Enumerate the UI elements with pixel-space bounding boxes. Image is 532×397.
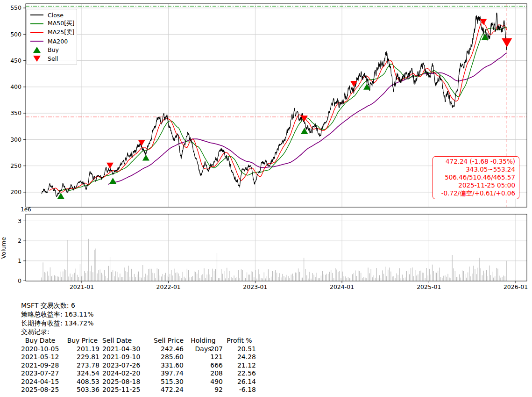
volume-bar — [126, 271, 126, 281]
volume-bar — [137, 274, 137, 281]
volume-bar — [333, 278, 334, 281]
volume-bar — [299, 272, 300, 281]
volume-bar — [267, 276, 267, 281]
volume-bar — [206, 278, 206, 281]
volume-bar — [194, 271, 194, 281]
volume-bar — [170, 274, 170, 281]
volume-bar — [385, 267, 385, 281]
volume-bar — [100, 269, 100, 281]
volume-bar — [339, 271, 340, 281]
cell-buy-price: 324.54 — [59, 369, 99, 378]
volume-bar — [225, 278, 226, 281]
volume-bar — [426, 268, 427, 281]
volume-bar — [392, 276, 392, 281]
volume-bar — [108, 266, 109, 281]
y-tick-label: 500 — [10, 31, 21, 38]
volume-bar — [140, 277, 140, 281]
volume-bar — [80, 264, 80, 281]
volume-bar — [128, 266, 129, 281]
y-tick-label: 550 — [10, 4, 21, 11]
volume-bar — [311, 279, 311, 281]
volume-bar — [416, 275, 417, 281]
volume-bar — [386, 276, 387, 281]
cell-profit-pct: 22.56 — [223, 369, 256, 378]
volume-bar — [144, 277, 144, 281]
y-tick-label: 400 — [10, 83, 21, 90]
volume-bar — [338, 272, 338, 281]
cell-sell-price: 515.30 — [142, 378, 184, 386]
volume-bar — [452, 255, 453, 281]
trade-row: 2020-10-05201.192021-04-30242.4620720.51 — [21, 345, 256, 354]
volume-bar — [178, 274, 179, 281]
volume-bar — [319, 278, 320, 281]
trade-log-label: 交易记录: — [21, 327, 256, 336]
volume-y-tick-label: 1 — [18, 257, 21, 264]
cell-profit-pct: 21.12 — [223, 361, 256, 370]
volume-bar — [361, 273, 361, 281]
volume-bar — [415, 270, 415, 281]
volume-bar — [463, 271, 464, 281]
legend-entry-ma200: MA200 — [30, 37, 76, 46]
volume-bar — [405, 277, 405, 281]
volume-bar — [506, 261, 507, 281]
volume-bar — [500, 278, 501, 281]
volume-bar — [482, 275, 482, 281]
volume-bar — [268, 269, 269, 281]
volume-bar — [379, 275, 380, 281]
volume-bar — [199, 278, 200, 281]
volume-bar — [505, 276, 505, 281]
volume-bar — [456, 277, 457, 281]
volume-bar — [131, 269, 132, 281]
volume-bar — [47, 272, 48, 281]
volume-bar — [114, 276, 114, 281]
volume-bar — [104, 270, 105, 281]
trade-rows: 2020-10-05201.192021-04-30242.4620720.51… — [21, 345, 256, 394]
volume-bar — [459, 274, 460, 281]
volume-bar — [287, 275, 287, 281]
volume-bar — [304, 258, 304, 281]
volume-bar — [58, 277, 59, 281]
volume-bar — [258, 269, 258, 281]
cell-sell-date: 2021-09-10 — [99, 353, 142, 361]
volume-bar — [399, 268, 400, 281]
volume-bar — [43, 262, 43, 281]
volume-bar — [476, 274, 477, 281]
annotation-ma-values: 506.46/510.46/465.57 — [437, 173, 515, 181]
volume-bar — [279, 273, 280, 281]
volume-bar — [67, 240, 67, 281]
volume-bar — [412, 267, 412, 281]
volume-bar — [351, 278, 351, 281]
volume-bar — [73, 274, 73, 281]
volume-bar — [174, 269, 174, 281]
volume-bar — [141, 278, 142, 281]
volume-bar — [158, 269, 159, 281]
line-swatch — [30, 32, 43, 33]
volume-bar — [124, 267, 125, 281]
trade-table: Buy Date Buy Price Sell Date Sell Price … — [21, 337, 256, 394]
volume-bar — [301, 278, 301, 281]
volume-bar — [470, 276, 471, 281]
volume-bar — [181, 278, 182, 281]
trade-row: 2021-05-12229.812021-09-10285.6012124.28 — [21, 353, 256, 361]
volume-bar — [395, 278, 396, 281]
volume-bar — [366, 278, 367, 281]
volume-bar — [41, 277, 42, 281]
line-swatch — [30, 23, 43, 24]
volume-bar — [322, 271, 323, 281]
volume-bar — [76, 268, 76, 281]
volume-bar — [292, 274, 293, 281]
volume-bar — [204, 268, 204, 281]
volume-bar — [85, 273, 86, 281]
volume-bar — [68, 276, 69, 281]
volume-bar — [375, 278, 376, 281]
volume-bar — [54, 275, 55, 281]
volume-bar — [374, 275, 374, 281]
volume-bar — [469, 267, 469, 281]
volume-bar — [481, 268, 481, 281]
sell-triangle-icon — [33, 56, 41, 62]
volume-bar — [231, 277, 231, 281]
volume-bar — [365, 278, 365, 281]
volume-bar — [455, 271, 455, 281]
volume-bar — [217, 253, 217, 281]
volume-bar — [168, 277, 169, 281]
